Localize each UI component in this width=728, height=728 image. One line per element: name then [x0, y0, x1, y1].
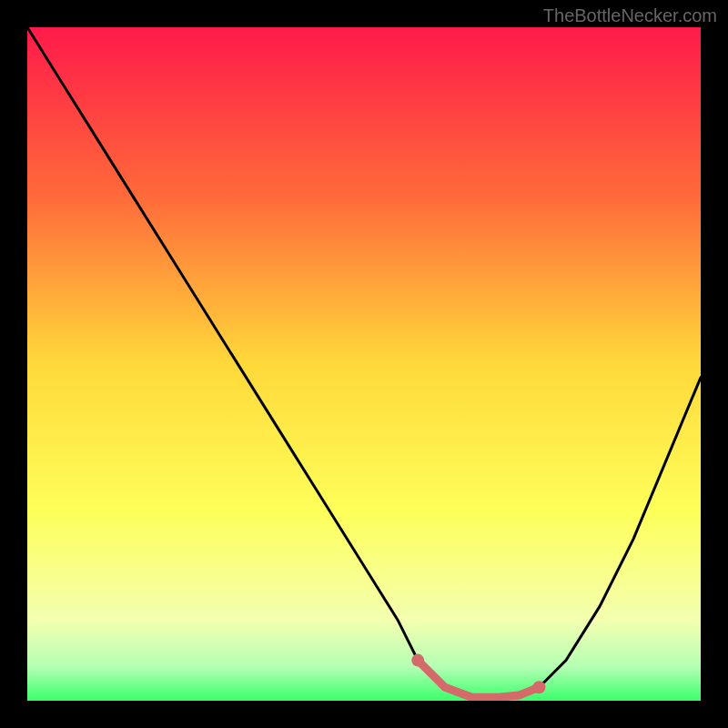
gradient-background [27, 27, 701, 701]
watermark-label: TheBottleNecker.com [543, 5, 717, 26]
plot-area [27, 27, 701, 701]
highlight-dot [411, 654, 424, 667]
chart-svg [27, 27, 701, 701]
chart-container: TheBottleNecker.com [0, 0, 728, 728]
highlight-dot [532, 681, 545, 693]
